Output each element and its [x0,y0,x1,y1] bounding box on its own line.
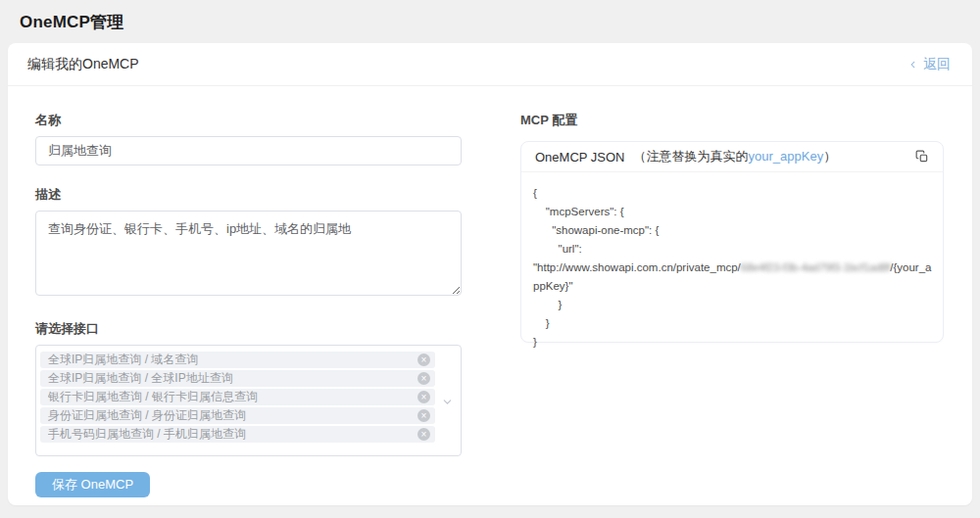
code-line: } [533,314,935,333]
name-label: 名称 [35,112,462,129]
interface-tag-label: 手机号码归属地查询 / 手机归属地查询 [48,426,246,443]
note-suffix: ） [823,149,836,164]
back-button[interactable]: 返回 [907,56,951,73]
onemcp-json-card: OneMCP JSON （注意替换为真实的your_appKey） { "mcp… [520,141,944,343]
redacted-mcp-id: 68e4f23-f3b-4ad79f3-1bcf1ad8f [741,261,890,273]
form-column: 名称 描述 查询身份证、银行卡、手机号、ip地址、域名的归属地 请选择接口 全球… [35,112,462,497]
code-line: "url": [533,240,935,259]
code-line: { [533,184,935,203]
interface-tag: 全球IP归属地查询 / 域名查询 × [40,352,435,368]
your-appkey-link[interactable]: your_appKey [749,149,824,164]
json-card-note: （注意替换为真实的your_appKey） [634,148,837,165]
tag-remove-icon[interactable]: × [417,372,430,385]
chevron-down-icon [441,395,454,412]
interface-tag: 全球IP归属地查询 / 全球IP地址查询 × [40,370,435,387]
back-label: 返回 [923,56,951,73]
json-card-header: OneMCP JSON （注意替换为真实的your_appKey） [521,142,943,172]
code-line: } [533,296,935,314]
interface-tag: 身份证归属地查询 / 身份证归属地查询 × [40,407,435,424]
edit-onemcp-panel: 编辑我的OneMCP 返回 名称 描述 查询身份证、银行卡、手机号、ip地址、域… [8,43,972,505]
interface-tag: 银行卡归属地查询 / 银行卡归属信息查询 × [40,389,435,405]
note-prefix: （注意替换为真实的 [634,149,749,164]
copy-button[interactable] [913,148,931,165]
code-line-url: "http://www.showapi.com.cn/private_mcp/6… [533,259,935,296]
interface-tag-label: 全球IP归属地查询 / 全球IP地址查询 [48,370,233,387]
panel-header: 编辑我的OneMCP 返回 [8,43,972,86]
chevron-left-icon [907,59,918,71]
name-input[interactable] [35,136,462,165]
code-line: "mcpServers": { [533,203,935,221]
page-title: OneMCP管理 [0,0,980,43]
tag-remove-icon[interactable]: × [417,391,430,403]
json-card-title: OneMCP JSON [535,150,625,165]
tag-remove-icon[interactable]: × [417,409,430,422]
tag-remove-icon[interactable]: × [417,353,430,366]
interface-tag: 手机号码归属地查询 / 手机归属地查询 × [40,426,435,443]
mcp-config-column: MCP 配置 OneMCP JSON （注意替换为真实的your_appKey）… [520,112,944,497]
tag-remove-icon[interactable]: × [417,428,430,441]
mcp-config-label: MCP 配置 [520,112,944,129]
interface-tag-label: 银行卡归属地查询 / 银行卡归属信息查询 [48,389,258,405]
interface-select-label: 请选择接口 [35,320,462,338]
description-textarea[interactable]: 查询身份证、银行卡、手机号、ip地址、域名的归属地 [35,211,462,296]
code-line: "showapi-one-mcp": { [533,221,935,240]
copy-icon [915,150,929,164]
interface-tag-label: 全球IP归属地查询 / 域名查询 [48,352,198,368]
panel-title: 编辑我的OneMCP [27,56,139,73]
interface-tag-label: 身份证归属地查询 / 身份证归属地查询 [48,407,246,424]
description-label: 描述 [35,186,462,204]
interface-multiselect[interactable]: 全球IP归属地查询 / 域名查询 × 全球IP归属地查询 / 全球IP地址查询 … [35,345,462,456]
panel-body: 名称 描述 查询身份证、银行卡、手机号、ip地址、域名的归属地 请选择接口 全球… [8,86,972,517]
url-prefix: "http://www.showapi.com.cn/private_mcp/ [533,261,741,273]
save-onemcp-button[interactable]: 保存 OneMCP [35,472,150,497]
code-line: } [533,333,935,352]
json-code-block: { "mcpServers": { "showapi-one-mcp": { "… [521,172,943,361]
